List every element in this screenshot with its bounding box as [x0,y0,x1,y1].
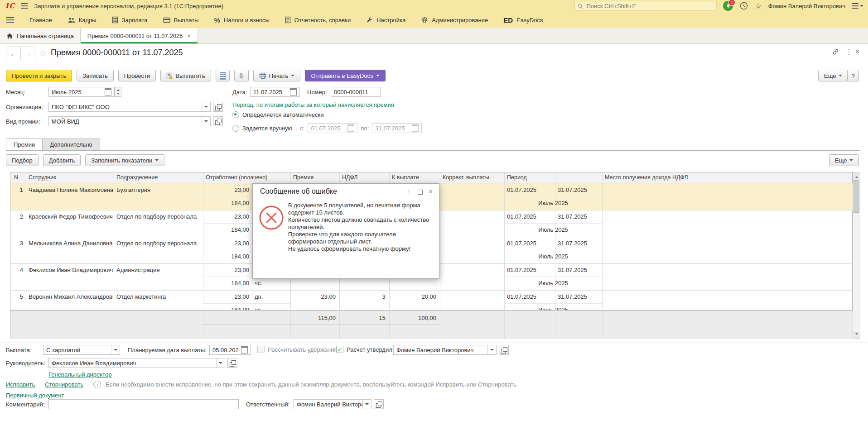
add-row-button[interactable]: Добавить [43,154,81,166]
hours-cell[interactable]: 184,00 [205,277,249,290]
employee-cell[interactable]: Воронин Михаил Александрович [29,290,113,303]
days-unit-cell[interactable]: дн. [255,290,282,303]
favorites-star-icon[interactable]: ☆ [755,1,762,11]
organization-field[interactable]: ПКО "ФЕНИКС" ООО [48,102,211,112]
days-cell[interactable]: 23,00 [205,290,249,303]
table-more-button[interactable]: Еще [829,154,859,166]
menu-item-easydocs[interactable]: ED EasyDocs [503,16,543,24]
help-button[interactable]: ? [847,70,859,81]
search-input[interactable] [585,2,714,10]
checkbox-unchecked-icon[interactable] [257,346,265,353]
manager-position-link[interactable]: Генеральный директор [48,371,111,378]
department-cell[interactable]: Отдел по подбору персонала [116,237,201,250]
menu-item-reports[interactable]: Отчетность, справки [285,16,351,24]
hours-cell[interactable]: 184,00 [205,250,249,263]
toolbar-more-button[interactable]: Еще [818,70,848,81]
calendar-icon[interactable] [241,346,248,353]
employee-cell[interactable]: Краевский Федор Тимофеевич [29,210,113,223]
send-easydocs-button[interactable]: Отправить в EasyDocs [305,70,385,81]
scrollbar-thumb[interactable] [854,180,859,213]
fix-link[interactable]: Исправить [6,381,35,388]
row-number[interactable]: 5 [10,290,23,303]
col-corr[interactable]: Коррект. выплаты [443,172,502,183]
row-number[interactable]: 4 [10,263,23,277]
user-menu-icon[interactable] [852,3,863,9]
dialog-close-icon[interactable]: × [429,187,433,195]
save-button[interactable]: Записать [77,70,114,81]
col-department[interactable]: Подразделение [116,172,201,183]
attachments-button[interactable] [234,70,249,81]
get-link-icon[interactable] [832,48,839,56]
bonus-cell[interactable]: 23,00 [293,290,336,303]
close-document-icon[interactable]: × [855,48,859,56]
period-from-cell[interactable]: 01.07.2025 [507,210,552,223]
scroll-down-icon[interactable] [853,331,860,338]
col-topay[interactable]: К выплате [392,172,437,183]
scroll-up-icon[interactable] [853,172,860,180]
payout-field[interactable]: С зарплатой [43,345,120,355]
department-cell[interactable]: Бухгалтерия [116,183,201,196]
chevron-down-icon[interactable] [487,345,496,354]
menu-item-administration[interactable]: Администрирование [421,16,488,24]
responsible-field[interactable]: Фомин Валерий Викторо [294,399,371,409]
fill-indicators-button[interactable]: Заполнить показатели [85,154,164,166]
col-ndfl[interactable]: НДФЛ [342,172,387,183]
radio-unselected-icon[interactable] [232,125,239,132]
global-search[interactable] [574,1,717,11]
main-menu-icon[interactable] [21,3,28,9]
period-from-cell[interactable]: 01.07.2025 [507,237,552,250]
row-number[interactable]: 2 [10,210,23,223]
period-to-cell[interactable]: 31.07.2025 [558,290,599,303]
department-cell[interactable]: Отдел маркетинга [116,290,201,303]
print-button[interactable]: Печать [253,70,301,81]
employee-cell[interactable]: Чаадаева Полина Максимовна [29,183,113,196]
period-from-cell[interactable]: 01.07.2025 [507,290,552,303]
employee-cell[interactable]: Мельникова Алина Даниловна [29,237,113,250]
more-menu-icon[interactable]: ⋮ [845,48,853,56]
bonus-type-field[interactable]: МОЙ ВИД [48,116,211,126]
planned-date-field[interactable]: 05.08.2025 [209,345,251,355]
period-month-cell[interactable]: Июль 2025 [504,250,602,263]
sections-panel-icon[interactable] [6,17,14,23]
forward-button[interactable]: → [20,47,35,60]
topay-cell[interactable]: 20,00 [392,290,436,303]
number-field[interactable]: 0000-000011 [331,87,381,97]
col-period[interactable]: Период [507,172,598,183]
employee-cell[interactable]: Феклисов Иван Владимирович [29,263,113,277]
responsible-open-button[interactable] [374,399,384,409]
favorite-star-icon[interactable]: ☆ [39,48,47,58]
month-stepper[interactable] [115,87,121,97]
chevron-down-icon[interactable] [362,400,371,409]
organization-open-button[interactable] [213,102,223,112]
tab-additional[interactable]: Дополнительно [43,138,100,151]
col-bonus[interactable]: Премия [293,172,338,183]
period-month-cell[interactable]: Июль 2025 [504,277,602,290]
period-from-field[interactable]: 01.07.2025 [308,123,357,133]
manager-open-button[interactable] [227,358,237,368]
period-to-cell[interactable]: 31.07.2025 [558,263,599,277]
row-number[interactable]: 3 [10,237,23,250]
department-cell[interactable]: Отдел по подбору персонала [116,210,201,223]
pay-button[interactable]: Выплатить [160,70,211,81]
period-to-cell[interactable]: 31.07.2025 [558,237,599,250]
row-number[interactable]: 1 [10,183,23,196]
tab-document[interactable]: Премия 0000-000011 от 11.07.2025 × [81,29,198,43]
calc-deductions-checkbox[interactable]: Рассчитывать удержания [257,346,337,353]
menu-item-main[interactable]: Главное [29,17,52,24]
tab-home[interactable]: Начальная страница [0,29,81,43]
comment-field[interactable] [48,399,239,409]
period-month-cell[interactable]: Июль 2025 [504,196,602,210]
approved-checkbox[interactable]: ✓ Расчет утвердил [336,346,392,353]
primary-document-link[interactable]: Первичный документ [6,392,64,399]
checkbox-checked-icon[interactable]: ✓ [336,346,343,353]
period-from-cell[interactable]: 01.07.2025 [507,183,552,196]
col-employee[interactable]: Сотрудник [29,172,111,183]
dialog-maximize-icon[interactable] [418,189,423,196]
days-cell[interactable]: 23,00 [205,183,249,196]
manager-field[interactable]: Феклисов Иван Владимирович [48,358,225,368]
menu-item-taxes[interactable]: % Налоги и взносы [214,16,269,24]
col-n[interactable]: N [14,172,25,183]
period-month-cell[interactable]: Июль 2025 [504,223,602,236]
days-cell[interactable]: 23,00 [205,237,249,250]
period-to-field[interactable]: 31.07.2025 [372,123,422,133]
